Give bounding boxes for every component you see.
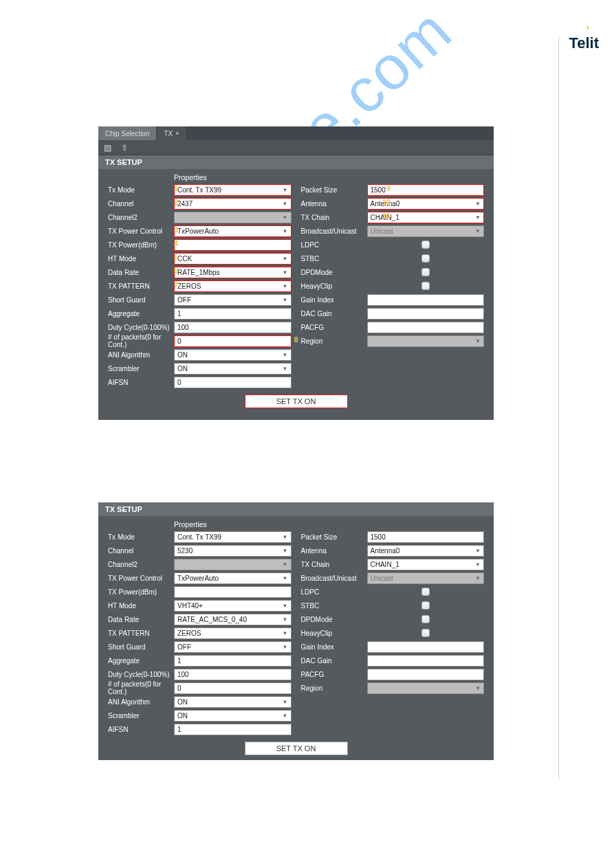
callout-4: 4 bbox=[167, 239, 178, 247]
label-heavy: HeavyClip bbox=[301, 630, 367, 637]
label-tx-pattern: TX PATTERN bbox=[108, 282, 174, 290]
label-tx-mode: Tx Mode bbox=[108, 533, 174, 541]
tab-chip-selection[interactable]: Chip Selection bbox=[98, 126, 157, 140]
broadcast-select[interactable]: Unicast▼ bbox=[367, 225, 485, 237]
packet-size-input[interactable]: 1500 bbox=[367, 531, 485, 543]
label-ldpc: LDPC bbox=[301, 241, 367, 249]
value: ON bbox=[177, 698, 188, 706]
dac-gain-input[interactable] bbox=[367, 655, 485, 667]
aifsn-input[interactable]: 1 bbox=[174, 724, 292, 735]
region-select[interactable]: ▼ bbox=[367, 682, 485, 694]
label-pacfg: PACFG bbox=[301, 324, 367, 331]
label-pacfg: PACFG bbox=[301, 671, 367, 678]
label-antenna: Antenna bbox=[301, 547, 367, 555]
brand-text: Telit bbox=[569, 34, 599, 52]
label-dpd: DPDMode bbox=[301, 269, 367, 276]
dpd-checkbox[interactable] bbox=[421, 615, 430, 623]
dac-gain-input[interactable] bbox=[367, 308, 485, 320]
region-select[interactable]: ▼ bbox=[367, 335, 485, 347]
value: 100 bbox=[177, 324, 189, 331]
label-aifsn: AIFSN bbox=[108, 379, 174, 386]
set-tx-on-button[interactable]: SET TX ON bbox=[245, 742, 348, 755]
tab-tx[interactable]: TX × bbox=[157, 126, 186, 140]
channel-select[interactable]: 5230▼ bbox=[174, 545, 292, 557]
set-tx-on-button[interactable]: SET TX ON bbox=[245, 394, 348, 408]
aggregate-input[interactable]: 1 bbox=[174, 655, 292, 667]
value: ON bbox=[177, 712, 188, 720]
num-packets-input[interactable]: 0 bbox=[174, 682, 292, 694]
chevron-down-icon: ▼ bbox=[283, 630, 288, 636]
scrambler-select[interactable]: ON▼ bbox=[174, 710, 292, 722]
ani-select[interactable]: ON▼ bbox=[174, 696, 292, 708]
channel2-select[interactable]: ▼ bbox=[174, 559, 292, 570]
upload-icon[interactable]: ⇪ bbox=[121, 143, 128, 153]
label-ht-mode: HT Mode bbox=[108, 602, 174, 610]
tx-power-control-select[interactable]: TxPowerAuto▼ bbox=[174, 572, 292, 584]
gain-index-input[interactable] bbox=[367, 641, 485, 653]
callout-3: 3 bbox=[167, 225, 178, 234]
label-aggregate: Aggregate bbox=[108, 657, 174, 665]
pacfg-input[interactable] bbox=[367, 322, 485, 333]
ldpc-checkbox[interactable] bbox=[421, 588, 430, 596]
tx-power-dbm-input[interactable] bbox=[174, 239, 292, 251]
value: 0 bbox=[177, 337, 182, 345]
channel-select[interactable]: 2437▼ bbox=[174, 198, 292, 210]
aifsn-input[interactable]: 0 bbox=[174, 377, 292, 388]
short-guard-select[interactable]: OFF▼ bbox=[174, 294, 292, 306]
tx-mode-select[interactable]: Cont. Tx TX99▼ bbox=[174, 184, 292, 196]
tx-power-control-select[interactable]: TxPowerAuto▼ bbox=[174, 225, 292, 237]
label-channel: Channel bbox=[108, 200, 174, 208]
tx-mode-select[interactable]: Cont. Tx TX99▼ bbox=[174, 531, 292, 543]
tab-strip: Chip Selection TX × bbox=[98, 126, 494, 140]
chevron-down-icon: ▼ bbox=[283, 548, 288, 554]
save-icon[interactable]: ▤ bbox=[104, 143, 111, 153]
dpd-checkbox[interactable] bbox=[421, 268, 430, 276]
chevron-down-icon: ▼ bbox=[283, 699, 288, 705]
ht-mode-select[interactable]: CCK▼ bbox=[174, 253, 292, 265]
value: CHAIN_1 bbox=[371, 561, 399, 568]
duty-cycle-input[interactable]: 100 bbox=[174, 669, 292, 680]
tx-pattern-select[interactable]: ZEROS▼ bbox=[174, 280, 292, 292]
stbc-checkbox[interactable] bbox=[421, 254, 430, 263]
label-region: Region bbox=[301, 685, 367, 692]
chevron-down-icon: ▼ bbox=[283, 534, 288, 540]
scrambler-select[interactable]: ON▼ bbox=[174, 363, 292, 375]
form-area: Tx ModeCont. Tx TX99▼ Channel5230▼ Chann… bbox=[98, 530, 494, 736]
tx-setup-panel-1: Chip Selection TX × ▤ ⇪ TX SETUP Propert… bbox=[98, 126, 494, 420]
aggregate-input[interactable]: 1 bbox=[174, 308, 292, 320]
label-channel2: Channel2 bbox=[108, 214, 174, 221]
value: VHT40+ bbox=[177, 602, 203, 610]
tx-chain-select[interactable]: CHAIN_1▼ bbox=[367, 559, 485, 570]
footer: SET TX ON bbox=[98, 742, 494, 762]
chevron-down-icon: ▼ bbox=[283, 575, 288, 581]
label-channel2: Channel2 bbox=[108, 561, 174, 568]
heavyclip-checkbox[interactable] bbox=[421, 282, 430, 290]
ht-mode-select[interactable]: VHT40+▼ bbox=[174, 600, 292, 612]
label-aggregate: Aggregate bbox=[108, 310, 174, 318]
label-tx-mode: Tx Mode bbox=[108, 186, 174, 194]
antenna-select[interactable]: Antenna0▼ bbox=[367, 545, 485, 557]
chevron-down-icon: ▼ bbox=[283, 713, 288, 719]
stbc-checkbox[interactable] bbox=[421, 601, 430, 610]
toolbar: ▤ ⇪ bbox=[98, 140, 494, 155]
broadcast-select[interactable]: Unicast▼ bbox=[367, 572, 485, 584]
value: ZEROS bbox=[177, 630, 201, 637]
duty-cycle-input[interactable]: 100 bbox=[174, 322, 292, 333]
label-heavy: HeavyClip bbox=[301, 282, 367, 290]
pacfg-input[interactable] bbox=[367, 669, 485, 680]
gain-index-input[interactable] bbox=[367, 294, 485, 306]
close-icon[interactable]: × bbox=[175, 130, 179, 137]
channel2-select[interactable]: ▼ bbox=[174, 212, 292, 223]
data-rate-select[interactable]: RATE_1Mbps▼ bbox=[174, 267, 292, 278]
ldpc-checkbox[interactable] bbox=[421, 241, 430, 249]
data-rate-select[interactable]: RATE_AC_MCS_0_40▼ bbox=[174, 614, 292, 625]
value: RATE_AC_MCS_0_40 bbox=[177, 616, 247, 623]
tx-power-dbm-input[interactable] bbox=[174, 586, 292, 598]
heavyclip-checkbox[interactable] bbox=[421, 629, 430, 637]
ani-select[interactable]: ON▼ bbox=[174, 349, 292, 361]
num-packets-input[interactable]: 0 bbox=[174, 335, 292, 347]
short-guard-select[interactable]: OFF▼ bbox=[174, 641, 292, 653]
tx-pattern-select[interactable]: ZEROS▼ bbox=[174, 627, 292, 639]
callout-11: 11 bbox=[380, 212, 391, 220]
value: 0 bbox=[177, 685, 182, 692]
